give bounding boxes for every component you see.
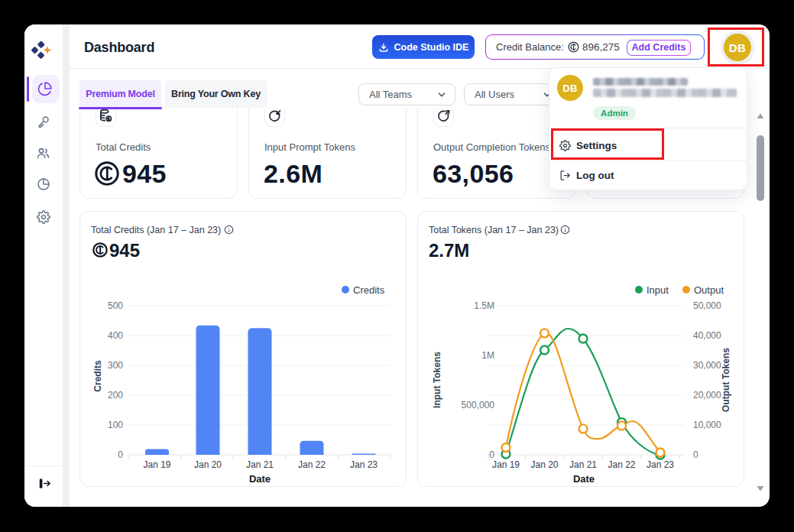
svg-text:945: 945 <box>109 240 140 261</box>
svg-text:Jan 21: Jan 21 <box>569 459 597 470</box>
svg-text:20,000: 20,000 <box>693 390 721 401</box>
svg-text:10,000: 10,000 <box>693 420 721 430</box>
svg-text:50,000: 50,000 <box>693 300 721 311</box>
svg-text:Total Tokens (Jan 17 – Jan 23): Total Tokens (Jan 17 – Jan 23) <box>429 225 559 235</box>
svg-text:Jan 22: Jan 22 <box>298 459 326 470</box>
svg-text:0: 0 <box>693 449 698 460</box>
svg-text:400: 400 <box>108 330 123 341</box>
svg-text:Jan 19: Jan 19 <box>143 459 170 470</box>
svg-text:Date: Date <box>249 473 271 485</box>
svg-text:Jan 22: Jan 22 <box>608 459 635 470</box>
svg-text:Input: Input <box>647 284 669 296</box>
svg-text:Jan 23: Jan 23 <box>647 459 674 470</box>
svg-text:300: 300 <box>108 360 123 371</box>
svg-text:2.7M: 2.7M <box>429 240 469 261</box>
svg-text:Credits: Credits <box>353 284 385 296</box>
svg-text:Output Tokens: Output Tokens <box>721 348 731 412</box>
svg-text:Jan 20: Jan 20 <box>194 459 222 470</box>
svg-text:100: 100 <box>108 420 123 430</box>
svg-text:0: 0 <box>118 449 123 460</box>
svg-text:500: 500 <box>108 300 123 311</box>
svg-text:500,000: 500,000 <box>462 400 495 410</box>
svg-text:0: 0 <box>489 449 494 460</box>
svg-text:40,000: 40,000 <box>693 330 721 341</box>
svg-text:Date: Date <box>573 473 595 485</box>
svg-text:Output: Output <box>694 284 724 296</box>
svg-text:30,000: 30,000 <box>693 360 721 371</box>
svg-text:200: 200 <box>108 390 123 401</box>
svg-text:1M: 1M <box>481 350 494 361</box>
svg-text:1.5M: 1.5M <box>474 300 494 311</box>
svg-text:Input Tokens: Input Tokens <box>432 352 442 408</box>
svg-text:Total Credits (Jan 17 – Jan 23: Total Credits (Jan 17 – Jan 23) <box>91 225 221 235</box>
svg-text:Jan 20: Jan 20 <box>530 459 558 470</box>
svg-text:Credits: Credits <box>92 360 103 392</box>
svg-text:Jan 23: Jan 23 <box>350 459 378 470</box>
svg-text:Jan 19: Jan 19 <box>492 459 520 470</box>
svg-text:Jan 21: Jan 21 <box>246 459 274 470</box>
